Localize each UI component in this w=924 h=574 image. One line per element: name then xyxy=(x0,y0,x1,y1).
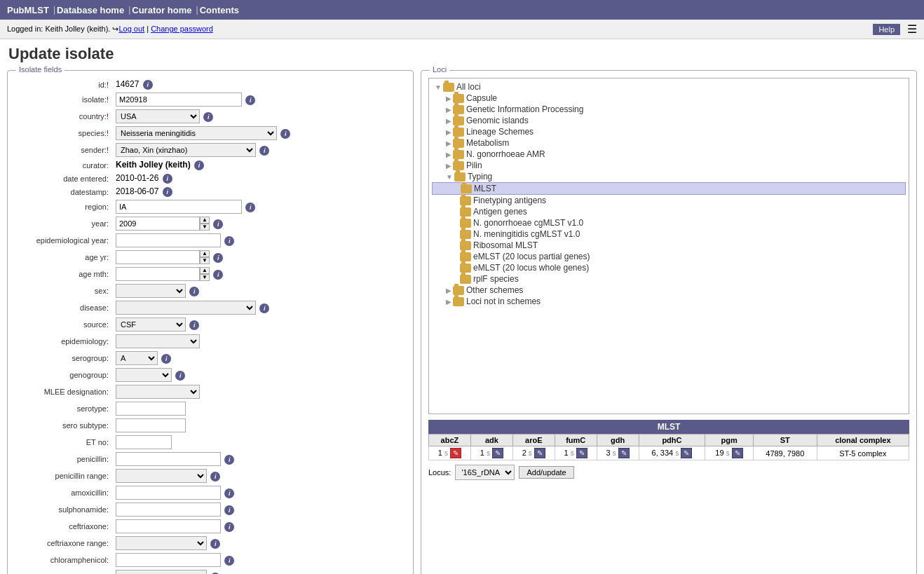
gdh-edit-btn[interactable]: ✎ xyxy=(618,448,630,458)
isolate-input[interactable] xyxy=(116,93,242,107)
year-down-btn[interactable]: ▼ xyxy=(200,224,210,231)
disease-select[interactable] xyxy=(116,301,256,315)
tree-item-genetic[interactable]: ▶ Genetic Information Processing xyxy=(432,104,906,115)
adk-edit-btn[interactable]: ✎ xyxy=(492,448,503,458)
ceftriaxone-info-icon[interactable]: i xyxy=(224,522,234,532)
genogroup-select[interactable] xyxy=(116,368,172,382)
species-info-icon[interactable]: i xyxy=(280,129,290,139)
serogroup-info-icon[interactable]: i xyxy=(161,354,171,364)
age-yr-down-btn[interactable]: ▼ xyxy=(200,257,210,264)
sulphonamide-info-icon[interactable]: i xyxy=(224,505,234,515)
source-select[interactable]: CSF xyxy=(116,317,186,332)
sex-select[interactable] xyxy=(116,284,186,298)
region-info-icon[interactable]: i xyxy=(245,203,255,212)
brand-link[interactable]: PubMLST xyxy=(7,5,49,15)
id-info-icon[interactable]: i xyxy=(143,80,153,90)
aroe-edit-btn[interactable]: ✎ xyxy=(534,448,545,458)
penicillin-info-icon[interactable]: i xyxy=(224,455,234,465)
tree-item-ng-cgmlst[interactable]: N. gonorrhoeae cgMLST v1.0 xyxy=(432,217,906,228)
sulphonamide-input[interactable] xyxy=(116,503,221,517)
tree-item-antigen[interactable]: Antigen genes xyxy=(432,206,906,217)
genogroup-info-icon[interactable]: i xyxy=(175,371,185,381)
year-info-icon[interactable]: i xyxy=(213,219,223,229)
sender-info-icon[interactable]: i xyxy=(259,146,269,156)
add-update-button[interactable]: Add/update xyxy=(519,466,573,479)
tree-item-other[interactable]: ▶ Other schemes xyxy=(432,285,906,296)
epi-year-info-icon[interactable]: i xyxy=(224,236,234,246)
mlee-select[interactable] xyxy=(116,385,200,399)
menu-icon[interactable]: ☰ xyxy=(907,22,917,36)
disease-info-icon[interactable]: i xyxy=(259,303,269,313)
locus-select[interactable]: '16S_rDNA xyxy=(455,465,515,480)
pdhc-edit-btn[interactable]: ✎ xyxy=(681,448,692,458)
penicillin-input[interactable] xyxy=(116,452,221,466)
date-entered-info-icon[interactable]: i xyxy=(163,174,172,184)
pgm-edit-btn[interactable]: ✎ xyxy=(732,448,743,458)
cell-aroe: 2 s ✎ xyxy=(512,446,555,460)
curator-info-icon[interactable]: i xyxy=(194,160,204,170)
tree-item-pilin[interactable]: ▶ Pilin xyxy=(432,160,906,171)
tree-item-typing[interactable]: ▼ Typing xyxy=(432,171,906,182)
database-home-link[interactable]: Database home xyxy=(57,5,124,15)
age-yr-info-icon[interactable]: i xyxy=(213,253,223,263)
tree-item-ribosomal[interactable]: Ribosomal MLST xyxy=(432,240,906,251)
chloramphenicol-input[interactable] xyxy=(116,553,221,567)
isolate-info-icon[interactable]: i xyxy=(245,95,255,105)
field-age-yr-label: age yr: xyxy=(15,249,113,266)
fumc-edit-btn[interactable]: ✎ xyxy=(576,448,587,458)
curator-home-link[interactable]: Curator home xyxy=(132,5,191,15)
amoxicillin-input[interactable] xyxy=(116,486,221,500)
tree-item-capsule[interactable]: ▶ Capsule xyxy=(432,93,906,104)
ceftriaxone-range-info-icon[interactable]: i xyxy=(210,539,220,549)
country-info-icon[interactable]: i xyxy=(203,112,213,122)
epi-year-input[interactable] xyxy=(116,233,221,247)
et-no-input[interactable] xyxy=(116,435,172,449)
change-password-link[interactable]: Change password xyxy=(151,25,213,33)
help-button[interactable]: Help xyxy=(873,24,900,35)
tree-item-ngamr[interactable]: ▶ N. gonorrhoeae AMR xyxy=(432,149,906,160)
tree-item-mlst[interactable]: MLST xyxy=(432,182,906,195)
penicillin-range-select[interactable] xyxy=(116,469,207,483)
country-select[interactable]: USA xyxy=(116,109,200,123)
age-mth-info-icon[interactable]: i xyxy=(213,270,223,280)
amoxicillin-info-icon[interactable]: i xyxy=(224,488,234,498)
tree-item-not-in-schemes[interactable]: ▶ Loci not in schemes xyxy=(432,296,906,307)
contents-link[interactable]: Contents xyxy=(200,5,239,15)
logout-link[interactable]: Log out xyxy=(118,25,144,33)
penicillin-range-info-icon[interactable]: i xyxy=(210,472,220,481)
tree-item-genomic[interactable]: ▶ Genomic islands xyxy=(432,115,906,126)
epidemiology-select[interactable] xyxy=(116,334,200,348)
chloramphenicol-range-select[interactable] xyxy=(116,570,207,574)
chloramphenicol-info-icon[interactable]: i xyxy=(224,556,234,566)
serotype-input[interactable] xyxy=(116,402,186,416)
tree-item-lineage[interactable]: ▶ Lineage Schemes xyxy=(432,126,906,137)
tree-item-finetyping[interactable]: Finetyping antigens xyxy=(432,195,906,206)
serogroup-select[interactable]: A xyxy=(116,351,158,365)
field-chloramphenicol-label: chloramphenicol: xyxy=(15,552,113,568)
tree-item-metabolism[interactable]: ▶ Metabolism xyxy=(432,137,906,149)
tree-item-emlst-whole[interactable]: eMLST (20 locus whole genes) xyxy=(432,262,906,273)
age-yr-up-btn[interactable]: ▲ xyxy=(200,250,210,257)
sero-subtype-input[interactable] xyxy=(116,418,186,432)
age-yr-input[interactable] xyxy=(116,250,200,264)
source-info-icon[interactable]: i xyxy=(189,320,199,330)
sender-select[interactable]: Zhao, Xin (xinzhao) xyxy=(116,143,256,157)
age-mth-down-btn[interactable]: ▼ xyxy=(200,274,210,281)
region-input[interactable] xyxy=(116,200,242,214)
sex-info-icon[interactable]: i xyxy=(189,287,199,296)
tree-item-all-loci[interactable]: ▼ All loci xyxy=(432,81,906,93)
abcz-edit-btn[interactable]: ✎ xyxy=(450,448,461,458)
age-mth-up-btn[interactable]: ▲ xyxy=(200,267,210,274)
datestamp-info-icon[interactable]: i xyxy=(163,187,172,197)
tree-item-nm-cgmlst[interactable]: N. meningitidis cgMLST v1.0 xyxy=(432,228,906,240)
tree-item-rplf[interactable]: rplF species xyxy=(432,273,906,285)
age-mth-input[interactable] xyxy=(116,267,200,281)
loci-tree[interactable]: ▼ All loci ▶ Capsule ▶ Genetic Infor xyxy=(428,78,909,414)
year-input[interactable] xyxy=(116,217,200,231)
tree-item-emlst-partial[interactable]: eMLST (20 locus partial genes) xyxy=(432,251,906,262)
species-select[interactable]: Neisseria meningitidis xyxy=(116,126,277,140)
ceftriaxone-input[interactable] xyxy=(116,519,221,533)
ceftriaxone-range-select[interactable] xyxy=(116,536,207,550)
clonal-value: ST-5 complex xyxy=(839,449,886,458)
year-up-btn[interactable]: ▲ xyxy=(200,217,210,224)
